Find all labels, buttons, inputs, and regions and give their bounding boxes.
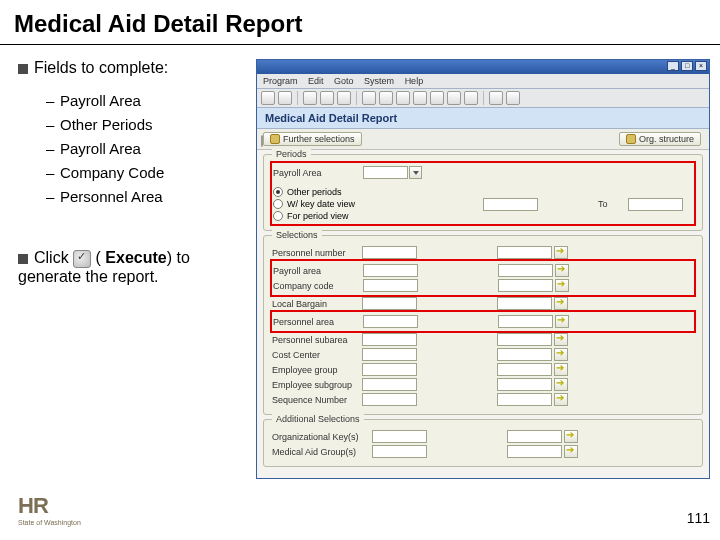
execute-label: Execute: [105, 249, 166, 266]
radio-wkeydate[interactable]: [273, 199, 283, 209]
exit-icon[interactable]: [320, 91, 334, 105]
sel-input-to[interactable]: [497, 363, 552, 376]
multi-select-icon[interactable]: [555, 264, 569, 277]
sel-personnel-number-label: Personnel number: [272, 248, 362, 258]
sel-input-to[interactable]: [497, 378, 552, 391]
multi-select-icon[interactable]: [554, 297, 568, 310]
bullet-icon: [18, 64, 28, 74]
sublist-item: Payroll Area: [60, 92, 141, 109]
menu-program[interactable]: Program: [263, 76, 298, 86]
addl-orgkey-label: Organizational Key(s): [272, 432, 372, 442]
radio-other-periods[interactable]: [273, 187, 283, 197]
multi-select-icon[interactable]: [554, 363, 568, 376]
sel-personnel-area-label: Personnel area: [273, 317, 363, 327]
multi-select-icon[interactable]: [564, 445, 578, 458]
sel-input-to[interactable]: [497, 348, 552, 361]
sap-toolbar: [257, 89, 709, 108]
help-icon[interactable]: [489, 91, 503, 105]
sel-input-to[interactable]: [498, 264, 553, 277]
menu-help[interactable]: Help: [405, 76, 424, 86]
sel-input-to[interactable]: [497, 297, 552, 310]
sel-input[interactable]: [363, 264, 418, 277]
sel-payroll-area-label: Payroll area: [273, 266, 363, 276]
sel-input[interactable]: [362, 378, 417, 391]
multi-select-icon[interactable]: [564, 430, 578, 443]
fields-heading: Fields to complete:: [18, 59, 248, 77]
payroll-area-input[interactable]: [363, 166, 408, 179]
sel-input[interactable]: [362, 393, 417, 406]
multi-select-icon[interactable]: [555, 279, 569, 292]
sel-local-bargain-label: Local Bargain: [272, 299, 362, 309]
period-to-input[interactable]: [628, 198, 683, 211]
close-icon[interactable]: ×: [695, 61, 707, 71]
minimize-icon[interactable]: _: [667, 61, 679, 71]
period-from-input[interactable]: [483, 198, 538, 211]
settings-icon[interactable]: [506, 91, 520, 105]
sublist-item: Personnel Area: [60, 188, 163, 205]
toolbar-icon[interactable]: [362, 91, 376, 105]
toolbar-icon[interactable]: [464, 91, 478, 105]
toolbar-icon[interactable]: [396, 91, 410, 105]
further-selections-button[interactable]: Further selections: [263, 132, 362, 146]
cancel-icon[interactable]: [337, 91, 351, 105]
toolbar-icon[interactable]: [261, 91, 275, 105]
radio-periodview-label: For period view: [287, 211, 349, 221]
click-instruction: Click ( Execute) to generate the report.: [18, 249, 248, 286]
menu-goto[interactable]: Goto: [334, 76, 354, 86]
addl-medaid-label: Medical Aid Group(s): [272, 447, 372, 457]
selections-panel-title: Selections: [272, 230, 322, 240]
maximize-icon[interactable]: □: [681, 61, 693, 71]
slide-title: Medical Aid Detail Report: [0, 0, 720, 45]
toolbar-icon[interactable]: [430, 91, 444, 105]
sublist-item: Company Code: [60, 164, 164, 181]
multi-select-icon[interactable]: [554, 378, 568, 391]
sel-input-to[interactable]: [497, 393, 552, 406]
highlight-periods: Payroll Area Other periods W/ key date v…: [270, 161, 696, 226]
addl-input-to[interactable]: [507, 445, 562, 458]
sel-input-to[interactable]: [498, 279, 553, 292]
multi-select-icon[interactable]: [555, 315, 569, 328]
menu-system[interactable]: System: [364, 76, 394, 86]
sel-input[interactable]: [362, 348, 417, 361]
sel-input[interactable]: [362, 333, 417, 346]
addl-input[interactable]: [372, 445, 427, 458]
further-selections-label: Further selections: [283, 134, 355, 144]
sel-input-to[interactable]: [497, 333, 552, 346]
sap-menubar: Program Edit Goto System Help: [257, 74, 709, 89]
additional-selections-panel: Additional Selections Organizational Key…: [263, 419, 703, 467]
addl-input[interactable]: [372, 430, 427, 443]
menu-edit[interactable]: Edit: [308, 76, 324, 86]
sel-company-code-label: Company code: [273, 281, 363, 291]
sel-input[interactable]: [362, 363, 417, 376]
multi-select-icon[interactable]: [554, 348, 568, 361]
org-structure-button[interactable]: Org. structure: [619, 132, 701, 146]
toolbar-icon[interactable]: [447, 91, 461, 105]
highlight-personnel-area: Personnel area: [270, 310, 696, 333]
radio-wkeydate-label: W/ key date view: [287, 199, 355, 209]
sap-screen-title: Medical Aid Detail Report: [257, 108, 709, 129]
addl-input-to[interactable]: [507, 430, 562, 443]
sel-cost-center-label: Cost Center: [272, 350, 362, 360]
sel-input[interactable]: [362, 246, 417, 259]
multi-select-icon[interactable]: [554, 333, 568, 346]
footer-subtext: State of Washington: [18, 519, 81, 526]
multi-select-icon[interactable]: [554, 246, 568, 259]
toolbar-icon[interactable]: [278, 91, 292, 105]
radio-periodview[interactable]: [273, 211, 283, 221]
sel-input[interactable]: [363, 279, 418, 292]
sel-input-to[interactable]: [497, 246, 552, 259]
periods-panel-title: Periods: [272, 149, 311, 159]
hr-logo-text: HR: [18, 493, 48, 518]
toolbar-icon[interactable]: [413, 91, 427, 105]
sel-sequence-number-label: Sequence Number: [272, 395, 362, 405]
matchcode-icon[interactable]: [409, 166, 422, 179]
sel-input[interactable]: [362, 297, 417, 310]
sel-input[interactable]: [363, 315, 418, 328]
sap-subtoolbar: Further selections Org. structure: [257, 129, 709, 150]
sel-input-to[interactable]: [498, 315, 553, 328]
back-icon[interactable]: [303, 91, 317, 105]
multi-select-icon[interactable]: [554, 393, 568, 406]
arrow-icon: [626, 134, 636, 144]
toolbar-icon[interactable]: [379, 91, 393, 105]
execute-icon: [73, 250, 91, 268]
